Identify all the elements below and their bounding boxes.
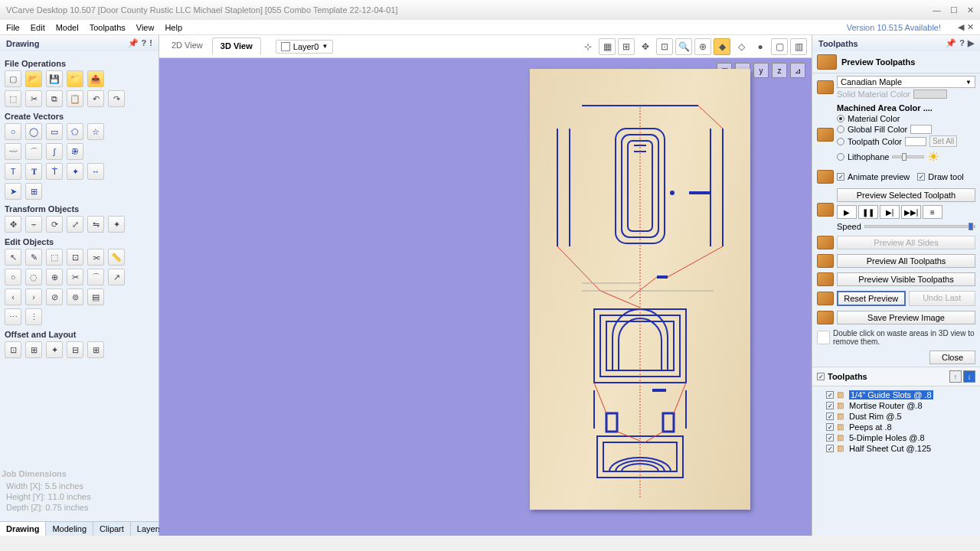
mirror-icon[interactable]: ⇋ [87, 216, 104, 233]
job-setup-icon[interactable]: ⬚ [5, 90, 21, 107]
radio-toolpath-color[interactable] [837, 138, 844, 145]
menu-file[interactable]: File [6, 23, 20, 32]
menu-view[interactable]: View [136, 23, 155, 32]
maximize-icon[interactable]: ☐ [950, 5, 958, 15]
step-button[interactable]: ▶| [880, 205, 900, 219]
toolpath-item[interactable]: ✓▧1/4" Guide Slots @ .8 [826, 390, 975, 400]
misc1-icon[interactable]: ⋯ [5, 308, 21, 325]
import-icon[interactable]: 📁 [67, 70, 83, 87]
new-file-icon[interactable]: ▢ [5, 70, 21, 87]
node-edit-icon[interactable]: ✎ [25, 249, 42, 266]
material-dropdown[interactable]: Canadian Maple ▼ [837, 76, 975, 88]
export-icon[interactable]: 📤 [87, 70, 104, 87]
zoom-icon[interactable]: 🔍 [675, 38, 692, 55]
toolpath-item[interactable]: ✓▧Half Sheet Cut @.125 [826, 443, 975, 454]
offset-in-icon[interactable]: ‹ [5, 289, 21, 305]
single-icon[interactable]: ▢ [771, 38, 788, 55]
toolpath-item[interactable]: ✓▧5-Dimple Holes @.8 [826, 432, 975, 443]
paste-icon[interactable]: 📋 [67, 90, 83, 107]
toolpath-checkbox[interactable]: ✓ [826, 412, 834, 420]
help-icon[interactable]: ? [959, 38, 965, 48]
toolpath-checkbox[interactable]: ✓ [826, 423, 834, 431]
pause-button[interactable]: ❚❚ [858, 205, 878, 219]
lithophane-slider[interactable] [892, 155, 924, 158]
tab-clipart[interactable]: Clipart [93, 522, 131, 536]
trace-icon[interactable]: ✦ [67, 163, 83, 180]
axis-y-icon[interactable]: y [753, 63, 769, 78]
toolpath-checkbox[interactable]: ✓ [826, 391, 834, 399]
close-button[interactable]: Close [929, 350, 975, 364]
toolpath-checkbox[interactable]: ✓ [826, 402, 834, 409]
solid-color-swatch[interactable] [913, 90, 947, 99]
ellipse-icon[interactable]: ◯ [25, 123, 42, 140]
save-preview-image-button[interactable]: Save Preview Image [837, 311, 975, 324]
version-available-link[interactable]: Version 10.515 Available! [847, 23, 941, 32]
open-vector-icon[interactable]: ◌ [25, 269, 42, 285]
toolpath-item[interactable]: ✓▧Dust Rim @.5 [826, 411, 975, 422]
curve-icon[interactable]: ∫ [46, 143, 63, 160]
perspective-icon[interactable]: ▦ [599, 38, 616, 55]
wire-icon[interactable]: ◇ [733, 38, 750, 55]
tab-drawing[interactable]: Drawing [0, 522, 46, 536]
trim-icon[interactable]: ✂ [67, 269, 83, 285]
offset-icon[interactable]: ⊡ [5, 341, 21, 358]
view-move-icon[interactable]: ✥ [637, 38, 654, 55]
select-icon[interactable]: ↖ [5, 249, 21, 266]
fit-view-icon[interactable]: ⊡ [656, 38, 673, 55]
move-up-icon[interactable]: ↑ [949, 370, 962, 383]
toolpaths-master-checkbox[interactable]: ✓ [817, 373, 825, 380]
target-icon[interactable]: ⊕ [694, 38, 711, 55]
arc-icon[interactable]: ⌒ [25, 143, 42, 160]
fillet-icon[interactable]: ⌒ [87, 269, 104, 285]
polygon-icon[interactable]: ⬠ [67, 123, 83, 140]
spiral-icon[interactable]: ֍ [67, 143, 83, 160]
pin-icon[interactable]: 📌 [946, 38, 956, 48]
close-vector-icon[interactable]: ○ [5, 269, 21, 285]
rotate-icon[interactable]: ⟳ [46, 216, 63, 233]
checkbox-draw-tool[interactable]: ✓ [917, 173, 925, 181]
close-icon[interactable]: ✕ [967, 5, 974, 15]
collapse-icon[interactable]: ▶ [968, 38, 974, 48]
text-on-curve-icon[interactable]: Ṫ [46, 163, 63, 180]
polyline-icon[interactable]: 〰 [5, 143, 21, 160]
scale-icon[interactable]: ⤢ [67, 216, 83, 233]
pin-icon[interactable]: 📌 [128, 38, 139, 48]
info-icon[interactable]: ! [149, 38, 152, 48]
menu-help[interactable]: Help [165, 23, 182, 32]
circle-icon[interactable]: ○ [5, 123, 21, 140]
cut-icon[interactable]: ✂ [25, 90, 42, 107]
tab-modeling[interactable]: Modeling [46, 522, 93, 536]
end-button[interactable]: ≡ [923, 205, 942, 219]
text-icon[interactable]: T [5, 163, 21, 180]
bool-icon[interactable]: ⊘ [46, 289, 63, 305]
radio-global-fill[interactable] [837, 126, 844, 133]
grid-toggle-icon[interactable]: ⊞ [618, 38, 635, 55]
offset-out-icon[interactable]: › [25, 289, 42, 305]
minimize-icon[interactable]: — [933, 5, 941, 15]
distort-icon[interactable]: ✦ [108, 216, 125, 233]
preview-visible-button[interactable]: Preview Visible Toolpaths [837, 272, 975, 286]
toolpath-item[interactable]: ✓▧Peeps at .8 [826, 422, 975, 432]
vector-icon[interactable]: ➤ [5, 183, 21, 200]
preview-selected-button[interactable]: Preview Selected Toolpath [837, 188, 975, 202]
misc2-icon[interactable]: ⋮ [25, 308, 42, 325]
play-button[interactable]: ▶ [837, 205, 857, 219]
ungroup-icon[interactable]: ⊡ [67, 249, 83, 266]
multi-icon[interactable]: ▥ [790, 38, 807, 55]
axis-z-icon[interactable]: z [772, 63, 787, 78]
menu-model[interactable]: Model [56, 23, 79, 32]
layer-dropdown[interactable]: Layer0 ▼ [276, 40, 334, 54]
measure-icon[interactable]: 📏 [108, 249, 125, 266]
align-icon[interactable]: ⫟ [25, 216, 42, 233]
tab-2d-view[interactable]: 2D View [164, 37, 211, 55]
radio-lithophane[interactable] [837, 153, 844, 161]
move-down-icon[interactable]: ↓ [963, 370, 975, 383]
text-box-icon[interactable]: 𝐓 [25, 163, 42, 180]
save-icon[interactable]: 💾 [46, 70, 63, 87]
toolpath-swatch[interactable] [905, 137, 926, 146]
copy-icon[interactable]: ⧉ [46, 90, 63, 107]
group-icon[interactable]: ⬚ [46, 249, 63, 266]
dimension-icon[interactable]: ↔ [87, 163, 104, 180]
menu-edit[interactable]: Edit [31, 23, 45, 32]
set-all-button[interactable]: Set All [929, 135, 957, 147]
